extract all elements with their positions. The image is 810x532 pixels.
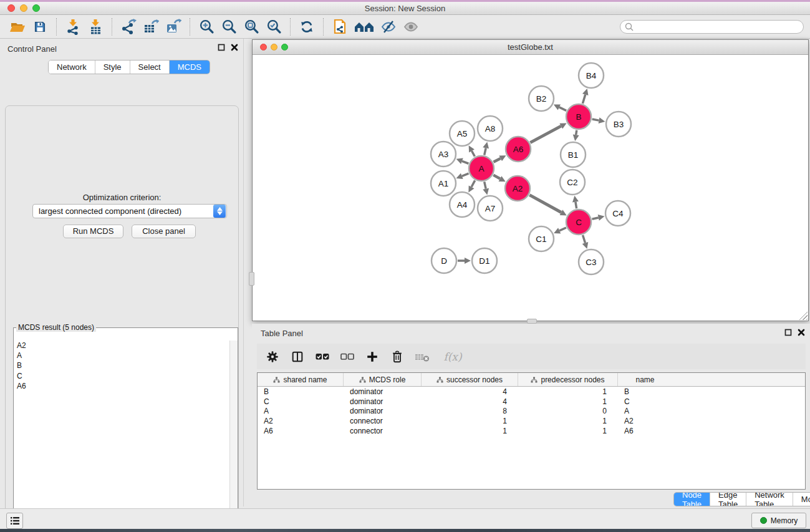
column-header-shared-name[interactable]: shared name bbox=[258, 373, 344, 386]
graph-edge-A-A7[interactable] bbox=[485, 181, 486, 188]
table-cell[interactable]: 0 bbox=[518, 407, 618, 415]
memory-button[interactable]: Memory bbox=[751, 513, 806, 528]
table-cell[interactable]: 1 bbox=[422, 417, 518, 425]
table-cell[interactable]: 1 bbox=[422, 427, 518, 435]
add-column-button[interactable] bbox=[364, 349, 380, 365]
network-canvas[interactable]: AA1A2A3A4A5A6A7A8BB1B2B3B4CC1C2C3C4DD1 bbox=[253, 56, 808, 321]
table-cell[interactable]: A bbox=[258, 407, 344, 415]
table-cell[interactable]: B bbox=[258, 387, 344, 396]
tab-select[interactable]: Select bbox=[130, 60, 170, 74]
table-row[interactable]: Adominator80A bbox=[258, 406, 805, 416]
close-panel-icon[interactable] bbox=[798, 329, 805, 336]
table-row[interactable]: A2connector11A2 bbox=[258, 416, 805, 426]
zoom-in-button[interactable] bbox=[195, 17, 218, 37]
table-cell[interactable]: dominator bbox=[344, 387, 422, 396]
tab-mcds[interactable]: MCDS bbox=[170, 60, 210, 74]
open-session-button[interactable] bbox=[6, 17, 29, 37]
graph-edge-A-A4[interactable] bbox=[471, 180, 475, 186]
table-cell[interactable]: B bbox=[618, 387, 672, 396]
tab-node-table[interactable]: Node Table bbox=[674, 493, 710, 506]
network-window-titlebar[interactable]: testGlobe.txt bbox=[253, 40, 808, 55]
show-columns-button[interactable] bbox=[289, 349, 306, 365]
splitter-handle-horizontal[interactable] bbox=[527, 319, 537, 324]
table-cell[interactable]: A6 bbox=[258, 427, 344, 435]
graph-edge-A-A6[interactable] bbox=[493, 158, 500, 162]
table-cell[interactable]: A bbox=[618, 407, 672, 415]
import-network-button[interactable] bbox=[62, 17, 84, 37]
table-cell[interactable]: A2 bbox=[258, 417, 344, 425]
tab-motifs[interactable]: Motifs bbox=[793, 493, 810, 506]
close-panel-icon[interactable] bbox=[231, 44, 238, 51]
table-cell[interactable]: C bbox=[618, 397, 672, 406]
graph-edge-A-A2[interactable] bbox=[493, 175, 500, 179]
table-cell[interactable]: 1 bbox=[518, 427, 618, 435]
function-builder-button-disabled[interactable]: f(x) bbox=[439, 349, 466, 365]
new-network-from-selection-button[interactable] bbox=[329, 17, 351, 37]
mcds-result-item[interactable]: A2 bbox=[14, 341, 229, 351]
select-all-button[interactable] bbox=[314, 349, 330, 365]
graph-edge-B-B3[interactable] bbox=[592, 119, 599, 120]
zoom-selected-button[interactable] bbox=[263, 17, 285, 37]
graph-edge-B-B2[interactable] bbox=[559, 107, 566, 111]
table-cell[interactable]: 4 bbox=[422, 397, 518, 406]
splitter-handle-vertical[interactable] bbox=[249, 272, 254, 286]
graph-edge-B-B4[interactable] bbox=[582, 95, 585, 104]
delete-table-button-disabled[interactable] bbox=[414, 349, 430, 365]
delete-columns-button[interactable] bbox=[389, 349, 405, 365]
refresh-view-button[interactable] bbox=[296, 17, 318, 37]
zoom-out-button[interactable] bbox=[218, 17, 240, 37]
mcds-result-scrollbar[interactable] bbox=[229, 341, 238, 531]
mcds-result-item[interactable]: A bbox=[14, 351, 229, 360]
save-session-button[interactable] bbox=[29, 17, 51, 37]
import-table-button[interactable] bbox=[84, 17, 107, 37]
table-cell[interactable]: C bbox=[258, 397, 344, 406]
export-network-button[interactable] bbox=[117, 17, 140, 37]
export-table-button[interactable] bbox=[140, 17, 162, 37]
mcds-result-item[interactable]: B bbox=[14, 360, 229, 370]
column-header-successor-nodes[interactable]: successor nodes bbox=[422, 373, 518, 386]
graph-edge-A-A5[interactable] bbox=[471, 151, 475, 157]
table-cell[interactable]: 1 bbox=[518, 417, 618, 425]
tab-style[interactable]: Style bbox=[95, 60, 130, 74]
table-cell[interactable]: 4 bbox=[422, 387, 518, 396]
table-cell[interactable]: 1 bbox=[518, 397, 618, 406]
tab-edge-table[interactable]: Edge Table bbox=[710, 493, 746, 506]
search-input[interactable] bbox=[634, 22, 803, 31]
column-header-name[interactable]: name bbox=[618, 373, 672, 386]
table-cell[interactable]: 8 bbox=[422, 407, 518, 415]
graph-edge-A6-B[interactable] bbox=[530, 126, 561, 142]
optimization-criterion-select[interactable]: largest connected component (directed) bbox=[32, 204, 227, 218]
zoom-fit-button[interactable] bbox=[240, 17, 263, 37]
column-header-MCDS-role[interactable]: MCDS role bbox=[344, 373, 422, 386]
show-panels-menu-button[interactable] bbox=[6, 513, 23, 529]
show-all-button[interactable] bbox=[400, 17, 422, 37]
float-panel-icon[interactable] bbox=[784, 329, 792, 336]
deselect-all-button[interactable] bbox=[339, 349, 355, 365]
window-resize-grip[interactable] bbox=[799, 311, 808, 320]
first-neighbors-button[interactable] bbox=[351, 17, 377, 37]
close-panel-button[interactable]: Close panel bbox=[132, 225, 196, 238]
table-cell[interactable]: A6 bbox=[618, 427, 672, 435]
graph-edge-A-A3[interactable] bbox=[462, 161, 468, 163]
graph-edge-C-C1[interactable] bbox=[559, 228, 566, 231]
graph-edge-C-C2[interactable] bbox=[576, 202, 577, 209]
graph-edge-A-A1[interactable] bbox=[462, 173, 469, 176]
tab-network-table[interactable]: Network Table bbox=[746, 493, 793, 506]
mcds-result-item[interactable]: C bbox=[14, 371, 229, 381]
graph-edge-A2-C[interactable] bbox=[529, 195, 561, 213]
graph-edge-B-B1[interactable] bbox=[576, 130, 577, 135]
table-cell[interactable]: connector bbox=[344, 427, 422, 435]
mcds-result-item[interactable]: A6 bbox=[14, 381, 229, 391]
table-options-gear-button[interactable] bbox=[264, 349, 281, 365]
float-panel-icon[interactable] bbox=[218, 44, 225, 51]
table-row[interactable]: A6connector11A6 bbox=[258, 426, 805, 436]
graph-edge-C-C4[interactable] bbox=[592, 218, 598, 219]
search-box[interactable] bbox=[620, 20, 804, 34]
table-row[interactable]: Bdominator41B bbox=[258, 387, 805, 397]
table-row[interactable]: Cdominator41C bbox=[258, 397, 805, 407]
graph-edge-C-C3[interactable] bbox=[583, 235, 586, 243]
export-image-button[interactable] bbox=[162, 17, 185, 37]
tab-network[interactable]: Network bbox=[49, 60, 95, 74]
table-cell[interactable]: A2 bbox=[618, 417, 672, 425]
table-cell[interactable]: dominator bbox=[344, 397, 422, 406]
